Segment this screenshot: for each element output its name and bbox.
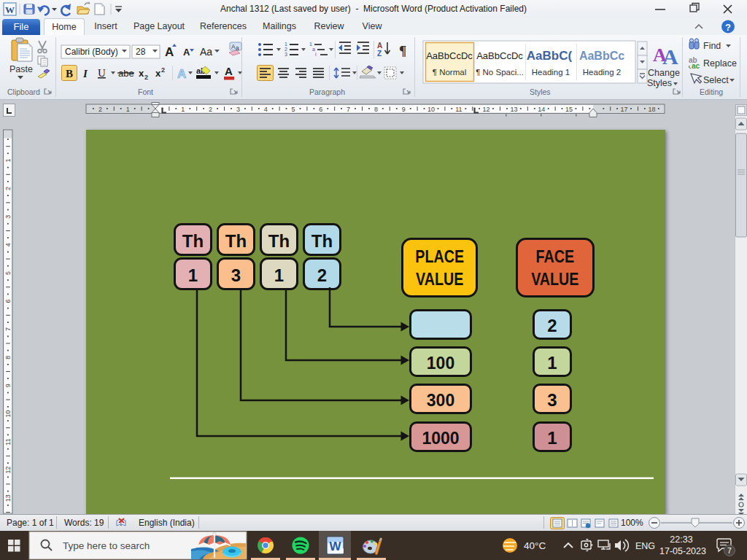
svg-text:Page: 1 of 1: Page: 1 of 1 [7,518,54,528]
svg-text:Editing: Editing [700,88,723,96]
svg-text:U: U [98,67,106,79]
svg-text:3: 3 [236,106,240,113]
svg-text:Heading 1: Heading 1 [532,68,570,77]
svg-text:3: 3 [285,52,287,57]
svg-text:18: 18 [648,106,655,113]
svg-text:ENG: ENG [635,541,655,551]
svg-text:Paste: Paste [9,64,33,74]
svg-text:1: 1 [181,106,185,113]
svg-text:2: 2 [161,66,165,74]
svg-text:A: A [377,42,382,50]
svg-text:Styles: Styles [647,78,672,88]
svg-text:2: 2 [285,47,287,52]
svg-text:7: 7 [727,546,732,555]
svg-text:2: 2 [98,106,102,113]
svg-text:Font: Font [138,88,153,96]
svg-text:5: 5 [291,106,295,113]
svg-text:6: 6 [4,299,12,303]
svg-text:A: A [165,45,174,59]
svg-text:9: 9 [402,106,406,113]
svg-text:x: x [139,68,144,79]
svg-text:22:33: 22:33 [670,534,692,545]
svg-text:15: 15 [565,106,573,113]
svg-text:8: 8 [4,356,12,359]
svg-text:10: 10 [4,410,12,417]
svg-text:¶: ¶ [399,43,406,58]
svg-text:Change: Change [648,68,680,78]
svg-text:A: A [183,47,190,58]
svg-text:x: x [155,68,161,79]
svg-text:ac: ac [692,62,700,70]
svg-text:A: A [225,65,233,77]
svg-text:AaBbC(: AaBbC( [527,49,573,63]
svg-text:Paragraph: Paragraph [309,88,345,96]
svg-text:Find: Find [703,41,721,51]
svg-text:AaBbCcDc: AaBbCcDc [426,50,473,61]
svg-text:12: 12 [483,106,490,113]
svg-text:4: 4 [264,106,268,113]
svg-text:Words: 19: Words: 19 [64,518,104,528]
svg-text:2: 2 [4,187,12,190]
svg-text:a: a [312,47,315,52]
svg-text:13: 13 [4,494,12,502]
svg-text:13: 13 [510,106,517,113]
svg-text:¶ No Spaci...: ¶ No Spaci... [476,68,524,77]
svg-text:28: 28 [136,47,146,57]
svg-text:11: 11 [4,438,12,445]
svg-text:AaBbCc: AaBbCc [579,50,624,62]
svg-text:¶ Normal: ¶ Normal [433,68,466,77]
svg-text:English (India): English (India) [139,518,195,528]
svg-text:2: 2 [144,74,148,81]
svg-text:40°C: 40°C [524,540,546,551]
svg-text:Styles: Styles [530,88,551,96]
svg-text:7: 7 [347,106,350,113]
svg-text:3: 3 [4,215,12,219]
svg-text:100%: 100% [621,518,643,528]
svg-text:1: 1 [126,106,130,113]
svg-text:Type here to search: Type here to search [63,540,150,551]
svg-text:?: ? [725,22,731,33]
svg-text:Replace: Replace [703,58,737,69]
svg-text:12: 12 [4,467,12,474]
svg-text:8: 8 [374,106,378,113]
svg-text:2: 2 [209,106,212,113]
svg-text:14: 14 [538,106,545,113]
svg-text:Clipboard: Clipboard [7,88,40,96]
svg-text:I: I [82,68,88,79]
svg-text:Calibri (Body): Calibri (Body) [65,47,118,57]
svg-text:W: W [5,4,15,15]
svg-text:9: 9 [4,384,12,387]
svg-text:1: 1 [309,42,312,47]
svg-text:7: 7 [4,327,12,331]
svg-text:B: B [66,68,73,79]
svg-text:4: 4 [4,243,12,246]
svg-text:1: 1 [4,158,12,162]
svg-text:17-05-2023: 17-05-2023 [659,546,706,556]
svg-text:1: 1 [285,42,287,47]
svg-text:10: 10 [427,106,435,113]
svg-text:17: 17 [621,106,628,113]
svg-text:Aa: Aa [200,46,212,58]
svg-text:6: 6 [319,106,322,113]
svg-text:A: A [177,67,186,81]
svg-text:AaBbCcDc: AaBbCcDc [476,50,523,61]
svg-text:Select: Select [703,75,729,85]
svg-text:5: 5 [4,271,12,275]
svg-text:i: i [315,52,317,57]
svg-text:Heading 2: Heading 2 [583,68,621,77]
svg-text:A: A [662,44,678,69]
svg-text:Z: Z [377,50,382,58]
svg-text:11: 11 [455,106,462,113]
